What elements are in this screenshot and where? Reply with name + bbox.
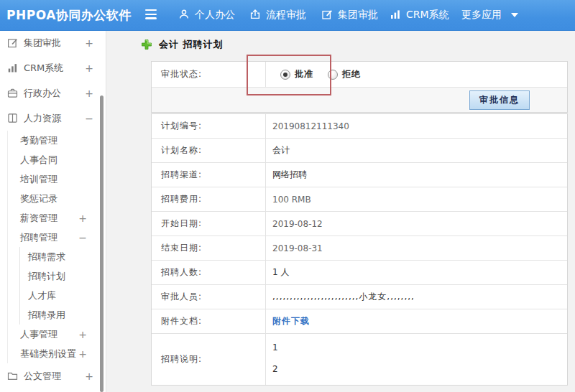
field-value: 2019-08-31 — [266, 236, 567, 260]
sidebar-item-hr-contract[interactable]: 人事合同 — [8, 150, 106, 169]
field-value: 1 人 — [266, 261, 567, 284]
sidebar-label: 招聘录用 — [28, 309, 65, 322]
sidebar-item-recruitment[interactable]: 招聘管理 − — [8, 228, 106, 247]
top-navigation-bar: PHPOA协同办公软件 个人办公 流程审批 集团审批 CRM系统 更多应用 — [0, 0, 575, 31]
field-label: 审批状态: — [152, 62, 266, 87]
field-label: 招聘说明: — [152, 334, 266, 385]
page-title-text: 会计 招聘计划 — [159, 38, 224, 51]
expand-toggle[interactable]: + — [85, 88, 93, 99]
table-row: 招聘渠道: 网络招聘 — [152, 163, 567, 187]
expand-toggle[interactable]: − — [78, 232, 87, 243]
briefcase-icon — [7, 88, 18, 98]
expand-toggle[interactable]: + — [78, 213, 87, 224]
sidebar-item-recruit-demand[interactable]: 招聘需求 — [20, 247, 106, 266]
nav-personal-office[interactable]: 个人办公 — [178, 0, 235, 30]
sidebar-item-training[interactable]: 培训管理 — [8, 169, 106, 189]
menu-toggle-button[interactable] — [145, 9, 158, 21]
field-value-approvers: ,,,,,,,,,,,,,,,,,,,,,,,,,小龙女,,,,,,,, — [266, 285, 567, 309]
sidebar-item-base-category[interactable]: 基础类别设置 + — [8, 344, 106, 363]
field-label: 计划编号: — [152, 114, 266, 138]
nav-label: 更多应用 — [461, 9, 502, 22]
approval-status-row: 审批状态: 批准 拒绝 — [152, 62, 567, 88]
sidebar-item-recruit-hire[interactable]: 招聘录用 — [20, 305, 106, 325]
expand-toggle[interactable]: + — [85, 37, 93, 49]
field-label: 审批人员: — [152, 285, 266, 309]
chart-icon — [390, 9, 401, 22]
sidebar-item-talent-pool[interactable]: 人才库 — [20, 286, 106, 305]
expand-toggle[interactable]: + — [85, 62, 93, 74]
field-label: 计划名称: — [152, 139, 266, 162]
nav-label: CRM系统 — [406, 9, 449, 22]
field-value: 网络招聘 — [266, 163, 567, 187]
field-value: 100 RMB — [266, 187, 567, 211]
nav-label: 流程审批 — [266, 9, 306, 22]
sidebar-item-admin-office[interactable]: 行政办公 + — [0, 80, 106, 106]
sidebar-label: 集团审批 — [24, 37, 61, 50]
chart-icon — [7, 62, 18, 73]
field-value-description: 1 2 — [266, 334, 567, 385]
approval-options: 批准 拒绝 — [266, 62, 567, 87]
table-row: 审批人员: ,,,,,,,,,,,,,,,,,,,,,,,,,小龙女,,,,,,… — [152, 285, 567, 309]
sidebar-item-salary[interactable]: 薪资管理 + — [8, 208, 106, 228]
sidebar-item-documents[interactable]: 公文管理 + — [0, 363, 106, 388]
field-label: 附件文档: — [152, 309, 266, 333]
sidebar-item-crm[interactable]: CRM系统 + — [0, 55, 106, 80]
sidebar-label: 人才库 — [28, 289, 56, 302]
sidebar-item-rewards[interactable]: 奖惩记录 — [8, 189, 106, 208]
nav-workflow-approval[interactable]: 流程审批 — [249, 0, 306, 30]
sidebar-label: 考勤管理 — [20, 134, 58, 147]
sidebar-label: 人事合同 — [20, 154, 58, 167]
table-row: 计划编号: 20190812111340 — [152, 114, 567, 139]
caret-down-icon — [511, 13, 518, 17]
sidebar-item-human-resources[interactable]: 人力资源 − — [0, 106, 106, 131]
nav-crm-system[interactable]: CRM系统 — [390, 0, 449, 30]
approval-status-table: 审批状态: 批准 拒绝 审批信息 — [151, 61, 568, 113]
expand-toggle[interactable]: + — [78, 329, 87, 340]
radio-reject-label: 拒绝 — [342, 68, 361, 80]
description-line: 1 — [272, 342, 278, 353]
main-content: 会计 招聘计划 审批状态: 批准 拒绝 审批信息 计划编号: 201908121… — [106, 30, 575, 392]
sidebar-label: 人力资源 — [24, 112, 61, 125]
approval-info-button[interactable]: 审批信息 — [469, 90, 530, 110]
sidebar-label: 招聘需求 — [28, 251, 65, 263]
workflow-icon — [249, 9, 261, 22]
field-label: 招聘人数: — [152, 261, 266, 284]
radio-reject[interactable] — [328, 70, 338, 80]
expand-toggle[interactable]: − — [85, 113, 93, 124]
sidebar-scrollbar[interactable] — [100, 95, 104, 392]
sidebar-label: 公文管理 — [24, 370, 61, 383]
table-row: 招聘说明: 1 2 — [152, 334, 567, 385]
sidebar-item-recruit-plan[interactable]: 招聘计划 — [20, 266, 106, 286]
field-value: 2019-08-12 — [266, 212, 567, 235]
table-row: 结束日期: 2019-08-31 — [152, 236, 567, 261]
nav-group-approval[interactable]: 集团审批 — [321, 0, 378, 30]
field-label: 招聘渠道: — [152, 163, 266, 187]
nav-more-apps[interactable]: 更多应用 — [461, 0, 518, 30]
sidebar-item-group-approval[interactable]: 集团审批 + — [0, 30, 106, 55]
table-row: 招聘人数: 1 人 — [152, 261, 567, 285]
toolbar-row: 审批信息 — [152, 88, 567, 112]
page-title: 会计 招聘计划 — [141, 38, 224, 51]
radio-approve[interactable] — [280, 70, 290, 80]
sidebar: 集团审批 + CRM系统 + 行政办公 + 人力资源 − 考勤管理 人事合同 培… — [0, 30, 106, 392]
edit-icon — [321, 9, 333, 22]
recruitment-submenu-group: 招聘需求 招聘计划 人才库 招聘录用 — [19, 247, 106, 325]
sidebar-label: 行政办公 — [24, 87, 61, 100]
sidebar-item-personnel[interactable]: 人事管理 + — [8, 325, 106, 344]
sidebar-item-vehicles[interactable]: 用车管理 + — [0, 388, 106, 392]
sidebar-item-attendance[interactable]: 考勤管理 — [8, 131, 106, 150]
description-line: 2 — [272, 364, 278, 374]
expand-toggle[interactable]: + — [85, 370, 93, 382]
plan-details-table: 计划编号: 20190812111340 计划名称: 会计 招聘渠道: 网络招聘… — [151, 113, 568, 386]
table-row: 开始日期: 2019-08-12 — [152, 212, 567, 236]
sidebar-label: 奖惩记录 — [20, 192, 58, 205]
field-label: 开始日期: — [152, 212, 266, 235]
plus-icon — [141, 39, 152, 50]
field-label: 招聘费用: — [152, 187, 266, 211]
table-row: 计划名称: 会计 — [152, 139, 567, 163]
table-row: 附件文档: 附件下载 — [152, 309, 567, 334]
radio-approve-label: 批准 — [295, 68, 313, 80]
table-row: 招聘费用: 100 RMB — [152, 187, 567, 212]
attachment-download-link[interactable]: 附件下载 — [272, 315, 310, 327]
expand-toggle[interactable]: + — [78, 348, 87, 360]
